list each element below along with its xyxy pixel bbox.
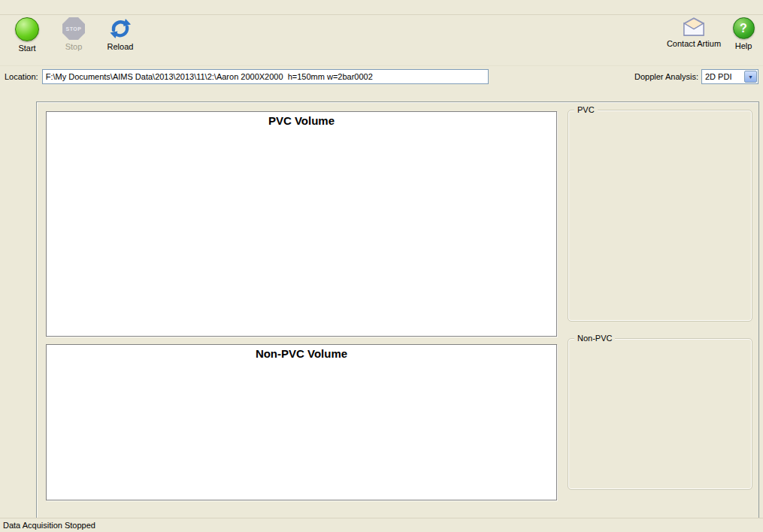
left-sidebar (0, 84, 36, 518)
nonpvc-stats-title: Non-PVC (574, 334, 615, 343)
main-content: PVC Volume Non-PVC Volume PVC Non-PVC (0, 84, 763, 518)
status-bar: Data Acquisition Stopped (0, 518, 763, 532)
nonpvc-volume-chart-panel: Non-PVC Volume (46, 344, 557, 500)
menu-bar (0, 0, 763, 15)
stop-button-label: Stop (65, 42, 83, 51)
location-input[interactable] (42, 69, 489, 84)
nonpvc-chart-title: Non-PVC Volume (47, 345, 556, 361)
help-icon-glyph: ? (740, 22, 747, 35)
help-icon: ? (733, 17, 755, 39)
pvc-volume-chart-panel: PVC Volume (46, 111, 557, 337)
charts-area: PVC Volume Non-PVC Volume (37, 102, 563, 518)
contact-artium-label: Contact Artium (667, 39, 721, 48)
reload-button-label: Reload (107, 42, 134, 51)
pvc-chart-title: PVC Volume (47, 112, 556, 128)
status-text: Data Acquisition Stopped (3, 521, 95, 530)
reload-button[interactable]: Reload (101, 17, 140, 51)
stop-icon-text: STOP (66, 26, 82, 32)
tab-container: PVC Volume Non-PVC Volume PVC Non-PVC (36, 84, 763, 518)
help-button-label: Help (735, 41, 752, 50)
tab-strip (36, 84, 759, 101)
tab-page-pdi-volume: PVC Volume Non-PVC Volume PVC Non-PVC (36, 101, 759, 518)
nonpvc-stats-groupbox: Non-PVC (568, 338, 752, 490)
statistics-column: PVC Non-PVC (563, 102, 758, 518)
stop-icon: STOP (62, 17, 85, 40)
start-button-label: Start (18, 44, 35, 53)
pvc-stats-groupbox: PVC (568, 110, 752, 322)
location-label: Location: (5, 72, 38, 81)
help-button[interactable]: ? Help (730, 17, 757, 50)
doppler-analysis-value: 2D PDI (705, 72, 731, 81)
toolbar: Start STOP Stop Reload Contact Artium ? … (0, 15, 763, 66)
doppler-analysis-select[interactable]: 2D PDI ▼ (701, 69, 758, 84)
envelope-icon (681, 17, 707, 37)
contact-artium-button[interactable]: Contact Artium (665, 17, 722, 48)
pvc-stats-title: PVC (574, 105, 598, 114)
chevron-down-icon[interactable]: ▼ (744, 71, 757, 83)
doppler-analysis-label: Doppler Analysis: (634, 72, 698, 81)
reload-icon (109, 17, 132, 40)
start-icon (15, 17, 39, 41)
stop-button[interactable]: STOP Stop (54, 17, 93, 51)
start-button[interactable]: Start (8, 17, 47, 53)
